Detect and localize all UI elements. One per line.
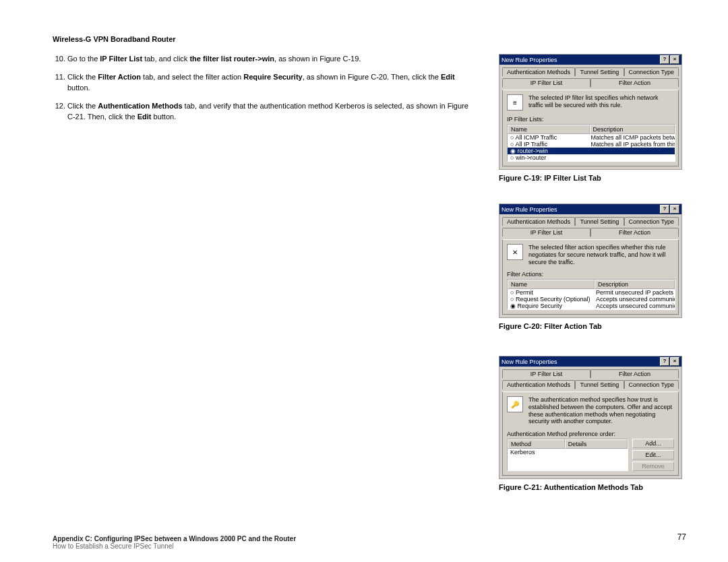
header-title: Wireless-G VPN Boradband Router	[53, 35, 176, 43]
figure-c21: New Rule Properties ? × IP Filter List F…	[499, 356, 682, 491]
figure-c19: New Rule Properties ? × Authentication M…	[499, 54, 682, 182]
list-label: Authentication Method preference order:	[507, 431, 674, 437]
tab-tunnel-setting[interactable]: Tunnel Setting	[575, 217, 624, 226]
filter-actions-table: Name Description PermitPermit unsecured …	[507, 279, 675, 310]
list-label: Filter Actions:	[507, 271, 674, 278]
help-icon[interactable]: ?	[660, 55, 669, 64]
list-item-selected[interactable]: router->win	[508, 148, 675, 154]
help-icon[interactable]: ?	[660, 205, 669, 214]
page: Wireless-G VPN Boradband Router Go to th…	[0, 0, 728, 562]
steps-list: Go to the IP Filter List tab, and click …	[51, 54, 469, 130]
figure-caption: Figure C-20: Filter Action Tab	[499, 322, 682, 330]
col-description[interactable]: Description	[595, 280, 675, 289]
dialog-description: The selected filter action specifies whe…	[528, 244, 674, 266]
tab-auth-methods[interactable]: Authentication Methods	[502, 217, 575, 226]
list-item[interactable]: win->router	[508, 154, 675, 161]
footer-line2: How to Establish a Secure IPSec Tunnel	[53, 542, 686, 550]
dialog-c20: New Rule Properties ? × Authentication M…	[499, 204, 682, 318]
list-item[interactable]: Kerberos	[508, 449, 628, 456]
tab-ip-filter-list[interactable]: IP Filter List	[502, 369, 590, 378]
col-details[interactable]: Details	[565, 439, 628, 449]
help-icon[interactable]: ?	[660, 357, 669, 366]
footer: 77 Appendix C: Configuring IPSec between…	[53, 535, 686, 550]
list-item[interactable]: Request Security (Optional)Accepts unsec…	[508, 296, 675, 303]
tab-connection-type[interactable]: Connection Type	[624, 217, 679, 226]
dialog-title: New Rule Properties	[502, 57, 557, 63]
col-description[interactable]: Description	[590, 125, 675, 134]
col-method[interactable]: Method	[508, 439, 565, 449]
close-icon[interactable]: ×	[670, 205, 679, 214]
list-item[interactable]: Require SecurityAccepts unsecured commun…	[508, 303, 675, 309]
tab-ip-filter-list[interactable]: IP Filter List	[502, 228, 590, 237]
auth-methods-table: Method Details Kerberos	[507, 439, 628, 471]
step-12: Click the Authentication Methods tab, an…	[67, 101, 469, 122]
page-number: 77	[677, 532, 686, 542]
dialog-c19: New Rule Properties ? × Authentication M…	[499, 54, 682, 170]
tab-filter-action[interactable]: Filter Action	[590, 369, 679, 378]
list-item[interactable]: All ICMP TrafficMatches all ICMP packets…	[508, 134, 675, 141]
footer-line1: Appendix C: Configuring IPSec between a …	[53, 535, 686, 542]
tab-tunnel-setting[interactable]: Tunnel Setting	[575, 67, 624, 76]
list-label: IP Filter Lists:	[507, 116, 674, 123]
tab-connection-type[interactable]: Connection Type	[624, 380, 679, 389]
add-button[interactable]: Add...	[632, 439, 674, 448]
tab-auth-methods[interactable]: Authentication Methods	[502, 67, 575, 76]
close-icon[interactable]: ×	[670, 357, 679, 366]
list-icon: ≡	[507, 94, 523, 111]
remove-button[interactable]: Remove	[632, 462, 674, 471]
tab-tunnel-setting[interactable]: Tunnel Setting	[575, 380, 624, 389]
dialog-description: The selected IP filter list specifies wh…	[528, 94, 674, 109]
step-10: Go to the IP Filter List tab, and click …	[67, 54, 469, 64]
col-name[interactable]: Name	[508, 280, 595, 289]
edit-button[interactable]: Edit...	[632, 450, 674, 460]
figure-c20: New Rule Properties ? × Authentication M…	[499, 204, 682, 330]
dialog-titlebar: New Rule Properties ? ×	[499, 356, 681, 367]
dialog-title: New Rule Properties	[502, 358, 557, 365]
auth-buttons: Add... Edit... Remove	[632, 439, 674, 471]
col-name[interactable]: Name	[508, 125, 590, 134]
tab-connection-type[interactable]: Connection Type	[624, 67, 679, 76]
dialog-titlebar: New Rule Properties ? ×	[499, 55, 681, 65]
tab-filter-action[interactable]: Filter Action	[590, 228, 679, 237]
dialog-c21: New Rule Properties ? × IP Filter List F…	[499, 356, 682, 479]
dialog-title: New Rule Properties	[502, 206, 557, 213]
tab-ip-filter-list[interactable]: IP Filter List	[502, 78, 590, 88]
figure-caption: Figure C-21: Authentication Methods Tab	[499, 483, 682, 491]
close-icon[interactable]: ×	[670, 55, 679, 64]
tab-filter-action[interactable]: Filter Action	[590, 78, 679, 87]
tab-auth-methods[interactable]: Authentication Methods	[502, 380, 575, 389]
figure-caption: Figure C-19: IP Filter List Tab	[499, 174, 682, 182]
list-item[interactable]: All IP TrafficMatches all IP packets fro…	[508, 141, 675, 148]
key-icon: 🔑	[507, 396, 523, 412]
dialog-titlebar: New Rule Properties ? ×	[499, 204, 681, 214]
list-item[interactable]: PermitPermit unsecured IP packets to ...	[508, 289, 675, 296]
tool-icon: ✕	[507, 244, 523, 260]
ip-filter-list-table: Name Description All ICMP TrafficMatches…	[507, 124, 675, 162]
step-11: Click the Filter Action tab, and select …	[67, 72, 469, 93]
dialog-description: The authentication method specifies how …	[528, 396, 674, 425]
